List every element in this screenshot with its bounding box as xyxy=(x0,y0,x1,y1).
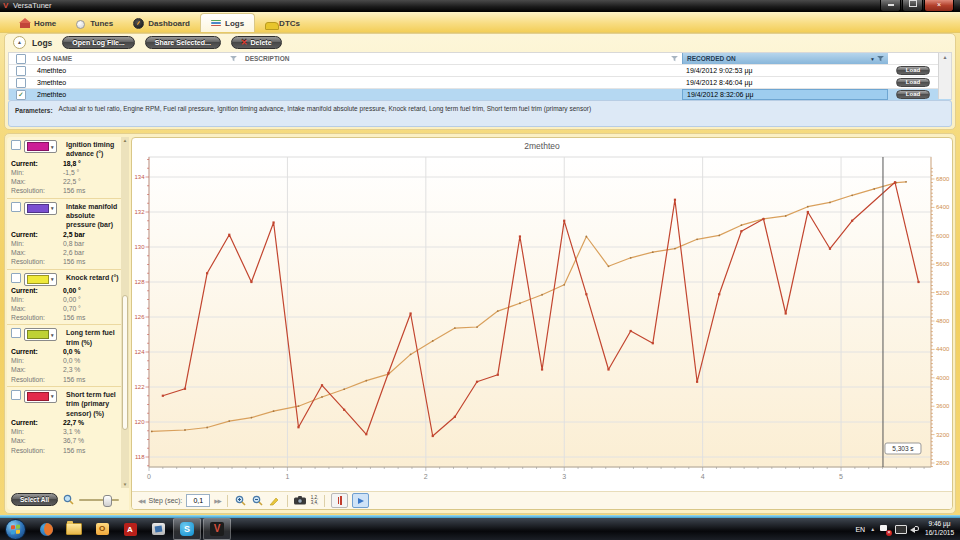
taskbar-versatuner-icon[interactable]: V xyxy=(203,518,231,540)
action-center-flag-icon[interactable] xyxy=(880,525,890,534)
row-checkbox-checked[interactable] xyxy=(16,90,26,100)
tab-home[interactable]: Home xyxy=(10,14,66,32)
zoom-in-icon[interactable] xyxy=(234,495,247,507)
tab-bar: Home Tunes Dashboard Logs DTCs xyxy=(0,12,960,33)
scroll-down-icon[interactable]: ▼ xyxy=(121,482,129,487)
logs-icon xyxy=(211,20,221,29)
current-value: 22,7 % xyxy=(63,418,84,427)
clock-date: 16/1/2015 xyxy=(925,529,954,538)
gauge-icon xyxy=(133,18,144,29)
scrollbar-thumb[interactable] xyxy=(122,295,128,430)
select-all-button[interactable]: Select All xyxy=(11,493,58,506)
snapshot-camera-icon[interactable] xyxy=(294,495,307,507)
tab-dashboard[interactable]: Dashboard xyxy=(123,14,200,32)
series-color-swatch[interactable]: ▾ xyxy=(24,328,57,341)
max-label: Max: xyxy=(11,436,63,445)
svg-text:6000: 6000 xyxy=(936,233,950,239)
series-color-swatch[interactable]: ▾ xyxy=(24,140,57,153)
filter-icon[interactable] xyxy=(877,56,884,62)
load-button[interactable]: Load xyxy=(896,90,930,99)
tab-tunes[interactable]: Tunes xyxy=(66,14,123,32)
svg-text:3: 3 xyxy=(562,473,566,480)
column-recorded-on[interactable]: RECORDED ON ▼ xyxy=(682,53,888,64)
svg-text:5600: 5600 xyxy=(936,261,950,267)
load-button[interactable]: Load xyxy=(896,66,930,75)
min-value: -1,5 ° xyxy=(63,168,79,177)
series-color-swatch[interactable]: ▾ xyxy=(24,390,57,403)
log-description-cell xyxy=(241,77,682,88)
svg-text:128: 128 xyxy=(134,279,145,285)
taskbar-reader-icon[interactable]: A xyxy=(117,519,143,539)
current-label: Current: xyxy=(11,286,63,295)
step-input[interactable] xyxy=(186,494,210,507)
svg-text:0: 0 xyxy=(147,473,151,480)
step-forward-icon[interactable]: ▶▶ xyxy=(214,498,220,504)
column-description[interactable]: DESCRIPTION xyxy=(241,53,682,64)
filter-icon[interactable] xyxy=(671,56,678,62)
zoom-slider[interactable] xyxy=(79,499,119,501)
column-log-name[interactable]: LOG NAME xyxy=(33,53,241,64)
tab-dtcs[interactable]: DTCs xyxy=(255,14,310,32)
volume-icon[interactable] xyxy=(910,525,920,534)
log-chart[interactable]: 1181201221241261281301321342800320036004… xyxy=(133,153,953,493)
max-value: 22,5 ° xyxy=(63,177,81,186)
cursor-mode-button[interactable] xyxy=(331,493,348,508)
series-checkbox[interactable] xyxy=(11,202,21,212)
taskbar-skype-icon[interactable]: S xyxy=(173,518,201,540)
select-all-checkbox[interactable] xyxy=(16,54,26,64)
share-selected-button[interactable]: Share Selected... xyxy=(145,36,221,49)
scroll-up-icon[interactable]: ▲ xyxy=(121,138,129,143)
min-label: Min: xyxy=(11,239,63,248)
svg-text:6400: 6400 xyxy=(936,204,950,210)
taskbar-explorer-icon[interactable] xyxy=(61,519,87,539)
svg-text:2800: 2800 xyxy=(936,460,950,466)
table-scrollbar[interactable]: ▲ xyxy=(938,53,951,99)
language-indicator[interactable]: EN xyxy=(855,526,865,533)
current-value: 18,8 ° xyxy=(63,159,81,168)
parameter-title: Knock retard (°) xyxy=(60,273,126,286)
home-icon xyxy=(20,22,30,28)
start-button[interactable] xyxy=(5,519,26,540)
series-color-swatch[interactable]: ▾ xyxy=(24,273,57,286)
table-row[interactable]: 3methteo 19/4/2012 8:46:04 μμ Load xyxy=(9,77,951,89)
close-button[interactable]: × xyxy=(924,0,954,12)
resolution-label: Resolution: xyxy=(11,446,63,455)
color-chip xyxy=(27,142,49,151)
series-checkbox[interactable] xyxy=(11,273,21,283)
slider-thumb[interactable] xyxy=(103,495,112,507)
series-checkbox[interactable] xyxy=(11,328,21,338)
tab-logs[interactable]: Logs xyxy=(200,13,255,32)
minimize-button[interactable] xyxy=(880,0,901,12)
max-label: Max: xyxy=(11,177,63,186)
zoom-out-icon[interactable] xyxy=(251,495,264,507)
open-log-file-button[interactable]: Open Log File... xyxy=(62,36,135,49)
scroll-up-icon[interactable]: ▲ xyxy=(939,54,951,60)
max-label: Max: xyxy=(11,304,63,313)
row-checkbox[interactable] xyxy=(16,78,26,88)
taskbar-photoviewer-icon[interactable] xyxy=(145,519,171,539)
step-back-icon[interactable]: ◀◀ xyxy=(138,498,144,504)
row-checkbox[interactable] xyxy=(16,66,26,76)
network-icon[interactable] xyxy=(895,525,905,534)
clock[interactable]: 9:46 μμ 16/1/2015 xyxy=(925,520,954,538)
maximize-button[interactable] xyxy=(902,0,923,12)
series-checkbox[interactable] xyxy=(11,390,21,400)
filter-icon[interactable] xyxy=(230,56,237,62)
color-chip xyxy=(27,275,49,284)
delete-button[interactable]: ✕Delete xyxy=(231,36,282,49)
max-label: Max: xyxy=(11,365,63,374)
taskbar-outlook-icon[interactable]: O xyxy=(89,519,115,539)
collapse-icon[interactable]: ▲ xyxy=(13,36,26,49)
svg-text:124: 124 xyxy=(134,349,145,355)
play-mode-button[interactable] xyxy=(352,493,369,508)
load-button[interactable]: Load xyxy=(896,78,930,87)
hidden-icons-chevron[interactable]: ▲ xyxy=(870,526,875,532)
table-row[interactable]: 4methteo 19/4/2012 9:02:53 μμ Load xyxy=(9,65,951,77)
highlight-tool-icon[interactable] xyxy=(268,495,281,507)
series-color-swatch[interactable]: ▾ xyxy=(24,202,57,215)
sidebar-scrollbar[interactable]: ▲ ▼ xyxy=(121,137,129,488)
log-description-cell xyxy=(241,89,682,100)
series-checkbox[interactable] xyxy=(11,140,21,150)
values-table-icon[interactable]: 1,2,3,4, xyxy=(311,496,319,506)
taskbar-firefox-icon[interactable] xyxy=(33,519,59,539)
